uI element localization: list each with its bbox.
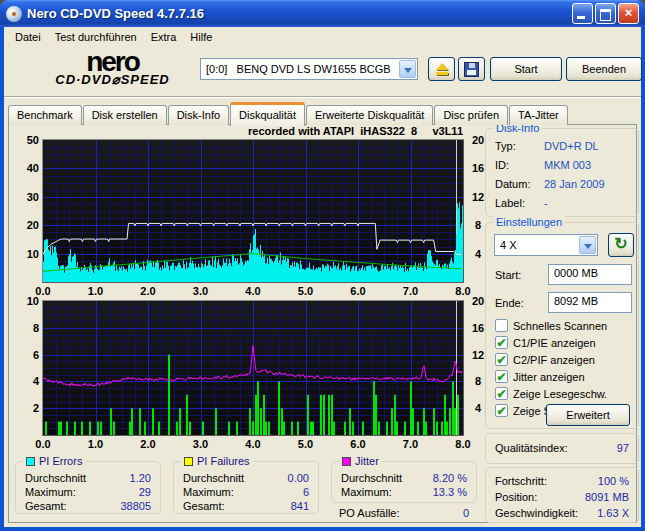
checkbox-row[interactable]: ✔Jitter anzeigen — [495, 370, 621, 383]
checkbox-row[interactable]: ✔Zeige Lesegeschw. — [495, 387, 621, 400]
scan-speed-value: 4 X — [495, 239, 578, 251]
stat-value: 1.20 — [130, 472, 151, 484]
disk-info-box: Disk-Info Typ: DVD+R DL ID: MKM 003 Datu… — [485, 128, 639, 217]
tab-ta-jitter[interactable]: TA-Jitter — [509, 105, 568, 125]
checkbox-row[interactable]: ✔C2/PIF anzeigen — [495, 353, 621, 366]
tab-disc-pr-fen[interactable]: Disc prüfen — [434, 105, 508, 125]
tab-disk-erstellen[interactable]: Disk erstellen — [83, 105, 167, 125]
menu-item[interactable]: Hilfe — [183, 29, 219, 45]
stat-label: Maximum: — [183, 486, 234, 498]
axis-tick-label: 50 — [17, 134, 39, 146]
menu-item[interactable]: Extra — [144, 29, 184, 45]
save-button[interactable] — [458, 57, 485, 81]
axis-tick-label: 0.0 — [33, 438, 53, 450]
disk-info-value: 28 Jan 2009 — [544, 178, 605, 190]
checkbox[interactable]: ✔ — [495, 336, 508, 349]
disk-info-value: DVD+R DL — [544, 140, 599, 152]
pi-failures-legend-swatch — [184, 457, 193, 466]
axis-tick-label: 6 — [17, 349, 39, 361]
tab-benchmark[interactable]: Benchmark — [8, 105, 82, 125]
start-position-input[interactable]: 0000 MB — [548, 264, 632, 285]
start-position-label: Start: — [495, 269, 521, 281]
axis-tick-label: 8.0 — [453, 438, 473, 450]
advanced-button[interactable]: Erweitert — [546, 404, 630, 426]
app-icon — [6, 6, 22, 22]
eject-disc-icon — [435, 63, 449, 75]
axis-tick-label: 6.0 — [348, 438, 368, 450]
close-button[interactable]: × — [618, 3, 639, 24]
axis-tick-label: 7.0 — [401, 438, 421, 450]
po-failures-row: PO Ausfälle: 0 — [339, 507, 469, 519]
quality-index-label: Qualitätsindex: — [495, 442, 568, 454]
pi-errors-chart-canvas — [43, 140, 463, 282]
checkbox[interactable]: ✔ — [495, 353, 508, 366]
position-label: Position: — [495, 491, 537, 503]
axis-tick-label: 30 — [17, 191, 39, 203]
axis-tick-label: 3.0 — [191, 285, 211, 297]
drive-select-dropdown-button[interactable] — [399, 60, 416, 78]
start-button[interactable]: Start — [490, 57, 562, 81]
quit-button[interactable]: Beenden — [566, 57, 642, 81]
pi-errors-legend-swatch — [26, 457, 35, 466]
axis-tick-label: 1.0 — [86, 285, 106, 297]
checkbox-label: Schnelles Scannen — [513, 320, 607, 332]
menu-bar: DateiTest durchführenExtraHilfe — [4, 27, 641, 47]
progress-box: Fortschritt: 100 % Position: 8091 MB Ges… — [485, 467, 639, 523]
progress-label: Fortschritt: — [495, 475, 547, 487]
stat-label: Maximum: — [341, 486, 392, 498]
menu-item[interactable]: Datei — [8, 29, 48, 45]
stat-label: Durchschnitt — [183, 472, 244, 484]
axis-tick-label: 1.0 — [86, 438, 106, 450]
drive-select[interactable]: [0:0] BENQ DVD LS DW1655 BCGB — [200, 58, 418, 80]
stat-label: Gesamt: — [25, 500, 67, 512]
toolbar: nero CD·DVD⌀SPEED [0:0] BENQ DVD LS DW16… — [4, 47, 641, 97]
nero-logo: nero CD·DVD⌀SPEED — [30, 48, 195, 86]
refresh-button[interactable]: ↻ — [608, 233, 634, 257]
scan-speed-dropdown-button[interactable] — [579, 236, 596, 254]
axis-tick-label: 40 — [17, 162, 39, 174]
disk-info-label: Typ: — [495, 140, 516, 152]
window-content: DateiTest durchführenExtraHilfe nero CD·… — [4, 27, 641, 527]
disc-quality-tab-page: recorded with ATAPI iHAS322 8 v3L11 1020… — [8, 124, 637, 523]
checkbox-label: C2/PIF anzeigen — [513, 354, 595, 366]
checkbox-row[interactable]: ✔C1/PIE anzeigen — [495, 336, 621, 349]
stat-value: 8.20 % — [433, 472, 467, 484]
checkbox[interactable]: ✔ — [495, 404, 508, 417]
speed-value: 1.63 X — [597, 507, 629, 519]
app-window: Nero CD-DVD Speed 4.7.7.16 × DateiTest d… — [0, 0, 645, 531]
drive-select-value: [0:0] BENQ DVD LS DW1655 BCGB — [201, 63, 398, 75]
pi-errors-stats-box: PI Errors Durchschnitt 1.20 Maximum: 29 … — [15, 461, 161, 514]
disk-info-value: MKM 003 — [544, 159, 591, 171]
pi-errors-chart — [42, 139, 464, 283]
checkbox[interactable]: ✔ — [495, 370, 508, 383]
axis-tick-label: 5.0 — [296, 438, 316, 450]
checkbox-row[interactable]: Schnelles Scannen — [495, 319, 621, 332]
tab-disk-info[interactable]: Disk-Info — [168, 105, 229, 125]
stat-value: 13.3 % — [433, 486, 467, 498]
cd-dvd-speed-logo-text: CD·DVD⌀SPEED — [30, 73, 195, 86]
quality-index-box: Qualitätsindex: 97 — [485, 433, 639, 464]
title-bar[interactable]: Nero CD-DVD Speed 4.7.7.16 × — [0, 0, 645, 27]
menu-item[interactable]: Test durchführen — [48, 29, 144, 45]
disk-info-label: Datum: — [495, 178, 530, 190]
end-position-input[interactable]: 8092 MB — [548, 292, 632, 313]
minimize-button[interactable] — [572, 3, 593, 24]
axis-tick-label: 10 — [17, 295, 39, 307]
axis-tick-label: 3.0 — [191, 438, 211, 450]
maximize-button[interactable] — [595, 3, 616, 24]
axis-tick-label: 20 — [17, 219, 39, 231]
checkbox[interactable]: ✔ — [495, 387, 508, 400]
pi-failures-jitter-chart-canvas — [43, 301, 463, 435]
tab-diskqualit-t[interactable]: Diskqualität — [230, 102, 305, 126]
stat-value: 6 — [303, 486, 309, 498]
stat-value: 29 — [139, 486, 151, 498]
tab-erweiterte-diskqualit-t[interactable]: Erweiterte Diskqualität — [306, 105, 433, 125]
scan-speed-select[interactable]: 4 X — [494, 234, 598, 256]
jitter-stats-box: Jitter Durchschnitt 8.20 % Maximum: 13.3… — [331, 461, 477, 503]
checkbox[interactable] — [495, 319, 508, 332]
checkbox-label: Jitter anzeigen — [513, 371, 585, 383]
axis-tick-label: 4.0 — [243, 285, 263, 297]
stat-value: 38805 — [120, 500, 151, 512]
axis-tick-label: 10 — [17, 248, 39, 260]
eject-button[interactable] — [428, 57, 455, 81]
